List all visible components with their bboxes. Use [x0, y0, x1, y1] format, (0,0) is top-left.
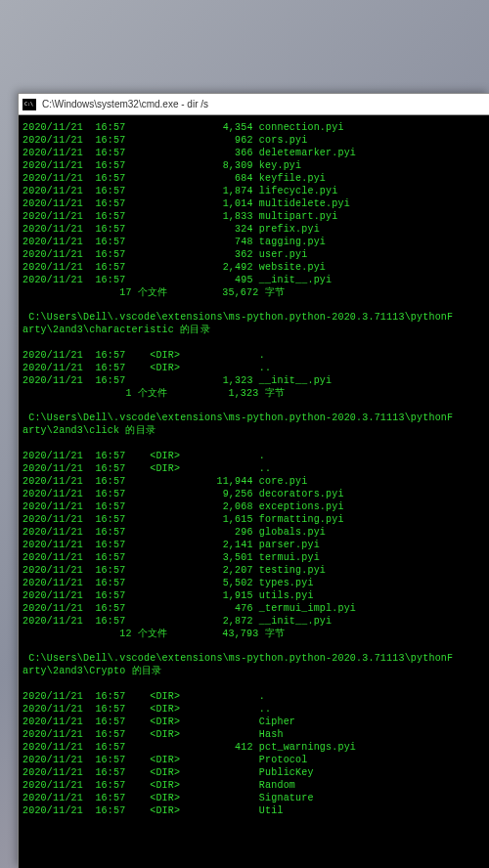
dir-listing-row: 2020/11/21 16:57 1,915 utils.pyi [22, 589, 485, 602]
window-title: C:\Windows\system32\cmd.exe - dir /s [42, 99, 208, 109]
dir-listing-row: 2020/11/21 16:57 362 user.pyi [22, 248, 485, 261]
dir-summary: 12 个文件 43,793 字节 [22, 628, 485, 640]
dir-listing-row: 2020/11/21 16:57 <DIR> Random [22, 779, 485, 792]
dir-listing-row: 2020/11/21 16:57 2,141 parser.pyi [22, 539, 485, 551]
dir-listing-row: 2020/11/21 16:57 412 pct_warnings.pyi [22, 741, 485, 754]
dir-listing-row: 2020/11/21 16:57 2,207 testing.pyi [22, 564, 485, 577]
dir-listing-row: 2020/11/21 16:57 366 deletemarker.pyi [22, 147, 485, 159]
dir-listing-row: 2020/11/21 16:57 <DIR> PublicKey [22, 766, 485, 779]
dir-listing-row: 2020/11/21 16:57 <DIR> . [22, 349, 485, 362]
dir-listing-row: 2020/11/21 16:57 <DIR> . [22, 450, 485, 462]
dir-listing-row: 2020/11/21 16:57 <DIR> Util [22, 804, 485, 817]
dir-listing-row: 2020/11/21 16:57 476 _termui_impl.pyi [22, 602, 485, 615]
dir-listing-row: 2020/11/21 16:57 <DIR> Cipher [22, 716, 485, 728]
cmd-icon [22, 99, 36, 110]
dir-listing-row: 2020/11/21 16:57 <DIR> .. [22, 462, 485, 475]
dir-listing-row: 2020/11/21 16:57 324 prefix.pyi [22, 223, 485, 236]
dir-listing-row: 2020/11/21 16:57 3,501 termui.pyi [22, 551, 485, 564]
dir-listing-row: 2020/11/21 16:57 495 __init__.pyi [22, 274, 485, 286]
dir-listing-row: 2020/11/21 16:57 <DIR> .. [22, 362, 485, 374]
directory-header: C:\Users\Dell\.vscode\extensions\ms-pyth… [22, 652, 485, 677]
dir-listing-row: 2020/11/21 16:57 1,323 __init__.pyi [22, 374, 485, 387]
dir-listing-row: 2020/11/21 16:57 <DIR> Protocol [22, 754, 485, 766]
dir-listing-row: 2020/11/21 16:57 11,944 core.pyi [22, 475, 485, 488]
terminal-output[interactable]: 2020/11/21 16:57 4,354 connection.pyi202… [19, 115, 489, 821]
dir-listing-row: 2020/11/21 16:57 962 cors.pyi [22, 134, 485, 147]
dir-summary: 1 个文件 1,323 字节 [22, 387, 485, 400]
dir-listing-row: 2020/11/21 16:57 4,354 connection.pyi [22, 121, 485, 134]
dir-listing-row: 2020/11/21 16:57 2,492 website.pyi [22, 261, 485, 274]
directory-header: C:\Users\Dell\.vscode\extensions\ms-pyth… [22, 412, 485, 437]
dir-listing-row: 2020/11/21 16:57 9,256 decorators.pyi [22, 488, 485, 500]
dir-listing-row: 2020/11/21 16:57 2,068 exceptions.pyi [22, 500, 485, 513]
dir-listing-row: 2020/11/21 16:57 <DIR> Hash [22, 728, 485, 741]
dir-listing-row: 2020/11/21 16:57 1,014 multidelete.pyi [22, 197, 485, 210]
titlebar[interactable]: C:\Windows\system32\cmd.exe - dir /s [19, 94, 489, 115]
dir-listing-row: 2020/11/21 16:57 <DIR> . [22, 690, 485, 703]
dir-listing-row: 2020/11/21 16:57 <DIR> .. [22, 703, 485, 716]
dir-listing-row: 2020/11/21 16:57 296 globals.pyi [22, 526, 485, 539]
dir-listing-row: 2020/11/21 16:57 8,309 key.pyi [22, 159, 485, 172]
directory-header: C:\Users\Dell\.vscode\extensions\ms-pyth… [22, 311, 485, 336]
dir-listing-row: 2020/11/21 16:57 1,615 formatting.pyi [22, 513, 485, 526]
dir-listing-row: 2020/11/21 16:57 748 tagging.pyi [22, 236, 485, 248]
dir-listing-row: 2020/11/21 16:57 2,872 __init__.pyi [22, 615, 485, 628]
dir-listing-row: 2020/11/21 16:57 1,833 multipart.pyi [22, 210, 485, 223]
cmd-window: C:\Windows\system32\cmd.exe - dir /s 202… [18, 93, 489, 868]
dir-listing-row: 2020/11/21 16:57 <DIR> Signature [22, 792, 485, 804]
dir-summary: 17 个文件 35,672 字节 [22, 286, 485, 299]
dir-listing-row: 2020/11/21 16:57 1,874 lifecycle.pyi [22, 185, 485, 197]
dir-listing-row: 2020/11/21 16:57 684 keyfile.pyi [22, 172, 485, 185]
dir-listing-row: 2020/11/21 16:57 5,502 types.pyi [22, 577, 485, 589]
